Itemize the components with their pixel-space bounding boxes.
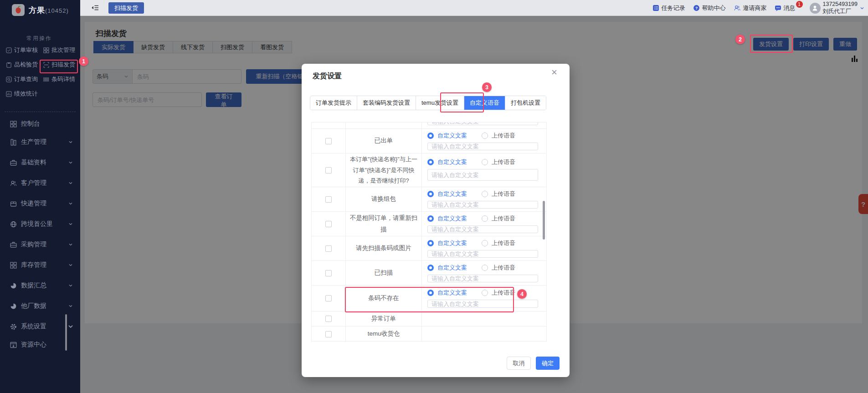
- sidebar-divider: [5, 112, 76, 112]
- dialog-tab-set-code-shipping[interactable]: 套装编码发货设置: [357, 96, 416, 110]
- dialog-tabs: 订单发货提示 套装编码发货设置 temu发货设置 自定义语音 打包机设置: [310, 96, 546, 110]
- table-scrollbar[interactable]: [543, 201, 545, 240]
- radio-custom-text[interactable]: [427, 215, 434, 222]
- cancel-button[interactable]: 取消: [507, 357, 531, 370]
- row-checkbox[interactable]: [325, 138, 332, 144]
- custom-text-input[interactable]: [427, 169, 538, 181]
- sidebar-item-crossborder[interactable]: 跨境首公里: [0, 215, 80, 233]
- sidebar-item-data-summary[interactable]: 数据汇总: [0, 276, 80, 295]
- sidebar-item-other-factory-data[interactable]: 他厂数据: [0, 297, 80, 315]
- quick-link-order-review[interactable]: 订单审核: [6, 46, 38, 54]
- radio-upload-voice[interactable]: [482, 215, 488, 222]
- row-checkbox[interactable]: [325, 316, 332, 322]
- app-logo-icon: [12, 4, 25, 16]
- table-row: 已出单 自定义文案 上传语音: [312, 129, 546, 153]
- radio-custom-text[interactable]: [427, 159, 434, 165]
- chevron-down-icon: [68, 201, 73, 206]
- row-checkbox[interactable]: [325, 245, 332, 252]
- collapse-sidebar-icon[interactable]: [91, 4, 99, 12]
- custom-text-input[interactable]: [427, 275, 538, 282]
- row-label: 请先扫描条码或图片: [356, 243, 411, 254]
- quick-link-quality-inspection[interactable]: 品检验货: [6, 61, 38, 69]
- dialog-tab-packer-settings[interactable]: 打包机设置: [505, 96, 546, 110]
- sidebar-item-production[interactable]: 生产管理: [0, 133, 80, 151]
- table-row: temu收货仓: [312, 327, 546, 342]
- user-menu[interactable]: 13725493199 刘氏代工厂: [810, 1, 864, 15]
- radio-upload-voice[interactable]: [482, 133, 488, 139]
- row-label: 请换组包: [371, 194, 396, 204]
- sidebar-item-purchasing[interactable]: 采购管理: [0, 235, 80, 254]
- row-checkbox[interactable]: [325, 196, 332, 203]
- chevron-down-icon: [68, 140, 73, 144]
- row-checkbox[interactable]: [325, 167, 332, 174]
- task-record-link[interactable]: 任务记录: [652, 4, 685, 12]
- user-company: 刘氏代工厂: [823, 8, 858, 15]
- sidebar-item-customers[interactable]: 客户管理: [0, 174, 80, 192]
- dialog-tab-temu-shipping[interactable]: temu发货设置: [416, 96, 464, 110]
- row-checkbox[interactable]: [325, 270, 332, 276]
- radio-custom-text[interactable]: [427, 133, 434, 139]
- help-center-link[interactable]: 帮助中心: [693, 4, 726, 12]
- message-count-badge: 1: [796, 1, 803, 8]
- chevron-down-icon: [68, 160, 73, 165]
- task-record-icon: [652, 5, 659, 11]
- app-logo[interactable]: 方果(10452): [12, 4, 69, 16]
- app-id: (10452): [45, 7, 69, 14]
- message-icon: [775, 5, 781, 11]
- table-row-barcode-not-exist: 条码不存在 自定义文案 上传语音: [312, 286, 546, 311]
- sidebar-section-label: 常用操作: [26, 35, 52, 42]
- app-name: 方果(10452): [29, 5, 69, 15]
- radio-upload-voice[interactable]: [482, 290, 488, 296]
- sidebar-scrollbar[interactable]: [65, 314, 67, 351]
- chevron-down-icon: [68, 242, 73, 247]
- custom-text-input[interactable]: [427, 122, 538, 125]
- custom-text-input[interactable]: [427, 300, 538, 308]
- table-row: 请换组包 自定义文案 上传语音: [312, 187, 546, 212]
- row-checkbox[interactable]: [325, 221, 332, 227]
- radio-upload-voice[interactable]: [482, 159, 488, 165]
- row-checkbox[interactable]: [325, 295, 332, 301]
- help-icon: [693, 5, 700, 11]
- chevron-down-icon: [68, 304, 73, 308]
- quick-link-barcode-details[interactable]: 条码详情: [43, 75, 75, 83]
- messages-link[interactable]: 消息 1: [775, 4, 796, 12]
- annotation-badge-1: 1: [79, 56, 88, 66]
- row-label: 已扫描: [375, 267, 393, 278]
- radio-upload-voice[interactable]: [482, 240, 488, 246]
- header-tab-scan-shipping[interactable]: 扫描发货: [108, 2, 144, 14]
- row-checkbox[interactable]: [325, 331, 332, 337]
- quick-link-scan-shipping[interactable]: 扫描发货: [43, 61, 75, 69]
- custom-text-input[interactable]: [427, 201, 538, 209]
- sidebar-item-dashboard[interactable]: 控制台: [0, 115, 80, 133]
- row-label: 条码不存在: [368, 293, 399, 304]
- close-icon[interactable]: ×: [551, 67, 557, 77]
- dialog-tab-order-shipping-tips[interactable]: 订单发货提示: [310, 96, 357, 110]
- chevron-down-icon: [68, 181, 73, 185]
- custom-text-input[interactable]: [427, 250, 538, 258]
- dialog-tab-custom-voice[interactable]: 自定义语音: [464, 96, 505, 110]
- radio-custom-text[interactable]: [427, 265, 434, 271]
- sidebar-scroll-chevron-icon: [67, 323, 74, 330]
- custom-text-input[interactable]: [427, 225, 538, 233]
- radio-custom-text[interactable]: [427, 290, 434, 296]
- annotation-badge-3: 3: [482, 82, 492, 92]
- custom-text-input[interactable]: [427, 143, 538, 150]
- table-row: 异常订单: [312, 311, 546, 327]
- sidebar-item-express[interactable]: 快递管理: [0, 194, 80, 213]
- table-row-partial: .: [312, 122, 546, 129]
- quick-link-order-query[interactable]: 订单查询: [6, 75, 38, 83]
- sidebar-item-basic-data[interactable]: 基础资料: [0, 153, 80, 172]
- confirm-button[interactable]: 确定: [536, 357, 560, 370]
- invite-merchant-link[interactable]: 邀请商家: [734, 4, 767, 12]
- radio-custom-text[interactable]: [427, 240, 434, 246]
- radio-upload-voice[interactable]: [482, 191, 488, 197]
- avatar: [810, 3, 821, 14]
- radio-upload-voice[interactable]: [482, 265, 488, 271]
- radio-custom-text[interactable]: [427, 191, 434, 197]
- quick-link-performance-stats[interactable]: 绩效统计: [6, 90, 38, 98]
- user-phone: 13725493199: [823, 1, 858, 8]
- quick-link-batch-management[interactable]: 批次管理: [43, 46, 75, 54]
- sidebar-item-resource-center[interactable]: 资源中心: [0, 336, 80, 354]
- sidebar-item-inventory[interactable]: 库存管理: [0, 256, 80, 274]
- sidebar: 方果(10452) 常用操作 订单审核 批次管理 品检验货 扫描发货 订单查询 …: [0, 0, 80, 393]
